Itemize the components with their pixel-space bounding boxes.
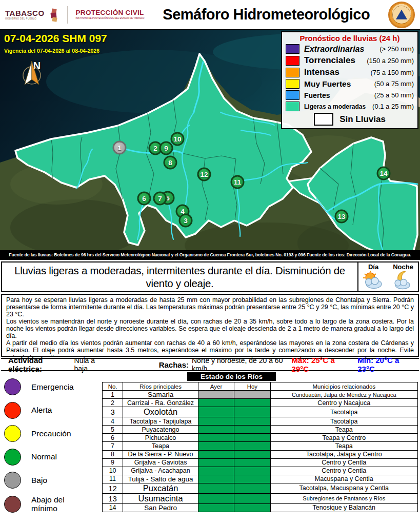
river-name: Puyacatengo: [123, 426, 198, 434]
river-status-yesterday: [198, 417, 234, 426]
no-rain-label: Sin Lluvias: [339, 114, 386, 125]
rivers-table-header: No. Ríos principales Ayer Hoy Municipios…: [103, 382, 418, 391]
rain-legend-label: Extraordinarias: [299, 45, 379, 54]
rain-legend-range: (> 250 mm): [379, 45, 414, 53]
river-no: 2: [103, 399, 123, 407]
table-row: 14San PedroTenosique y Balancán: [103, 503, 418, 512]
table-row: 13UsumacintaSubregiones de Pantanos y Rí…: [103, 493, 418, 503]
bulletin-page: TABASCO GOBIERNO DEL PUEBLO PROTECCIÓN C…: [0, 0, 420, 525]
river-level-label: Emergencia: [31, 382, 74, 392]
river-municipalities: Tacotalpa, Jalapa y Centro: [270, 450, 417, 458]
rain-legend-label: Torrenciales: [299, 55, 367, 66]
table-row: 6PichucalcoTeapa y Centro: [103, 434, 418, 442]
river-status-today: [234, 467, 270, 475]
river-status-today: [234, 407, 270, 417]
table-row: 3OxolotánTacotalpa: [103, 407, 418, 417]
river-municipalities: Subregiones de Pantanos y Ríos: [270, 493, 417, 503]
river-status-yesterday: [198, 493, 234, 503]
rain-legend-label: Ligeras a moderadas: [299, 103, 372, 110]
river-status-today: [234, 442, 270, 450]
summary-message: Lluvias ligeras a moderadas, intermitent…: [2, 262, 357, 291]
river-municipalities: Cunduacán, Jalpa de Méndez y Nacajuca: [270, 391, 417, 399]
table-row: 11Tulijá - Salto de aguaMacuspana y Cent…: [103, 475, 418, 483]
river-no: 9: [103, 458, 123, 467]
bottom-section: EmergenciaAlertaPrecauciónNormalBajoAbaj…: [0, 372, 420, 520]
river-municipalities: Tacotalpa: [270, 407, 417, 417]
bulletin-validity: Vigencia del 07-04-2026 al 08-04-2026: [4, 48, 107, 54]
river-status-today: [234, 450, 270, 458]
col-yesterday: Ayer: [198, 382, 234, 391]
night-column: Noche: [388, 262, 418, 291]
day-column: Día: [358, 262, 388, 291]
proteccion-civil-name: PROTECCIÓN CIVIL: [76, 9, 145, 16]
river-status-today: [234, 426, 270, 434]
tabasco-name: TABASCO: [5, 9, 45, 17]
river-municipalities: Tacotalpa, Macuspana y Centla: [270, 483, 417, 493]
compass-north-icon: [21, 60, 43, 86]
river-status-today: [234, 458, 270, 467]
rain-legend-item: Muy Fuertes(50 a 75 mm): [286, 79, 414, 89]
river-level-item: Normal: [4, 449, 102, 466]
rivers-table: No. Ríos principales Ayer Hoy Municipios…: [102, 382, 418, 512]
river-municipalities: Teapa y Centro: [270, 434, 417, 442]
river-level-item: Precaución: [4, 425, 102, 442]
rain-legend-range: (0.1 a 25 mm): [372, 103, 414, 110]
rain-forecast-legend: Pronóstico de lluvias (24 h) Extraordina…: [281, 31, 418, 129]
proteccion-civil-sub: INSTITUTO DE PROTECCIÓN CIVIL DEL ESTADO…: [76, 17, 145, 20]
river-no: 8: [103, 450, 123, 458]
river-status-today: [234, 391, 270, 399]
forecast-paragraph: Los vientos se mantendrán del norte y no…: [6, 318, 414, 339]
date-overlay: 07-04-2026 SHM 097 Vigencia del 07-04-20…: [4, 32, 107, 54]
summary-box: Lluvias ligeras a moderadas, intermitent…: [1, 261, 419, 292]
river-marker: 6: [137, 192, 151, 206]
table-row: 10Grijalva - AcachapanCentro y Centla: [103, 467, 418, 475]
page-title: Semáforo Hidrometeorológico: [144, 6, 388, 23]
no-rain-swatch: [314, 113, 333, 126]
river-no: 5: [103, 426, 123, 434]
river-no: 13: [103, 493, 123, 503]
day-label: Día: [358, 263, 388, 271]
tabasco-emblem-icon: [49, 9, 59, 21]
river-level-item: Bajo: [4, 472, 102, 489]
rain-legend-swatch: [286, 68, 299, 77]
river-name: Grijalva - Acachapan: [123, 467, 198, 475]
gusts-value: Norte y noroeste, de 20 a 60 km/h: [192, 356, 289, 373]
rain-legend-label: Fuertes: [299, 91, 374, 99]
river-status-yesterday: [198, 442, 234, 450]
river-level-color: [4, 496, 21, 513]
river-municipalities: Tacotalpa: [270, 417, 417, 426]
night-label: Noche: [388, 263, 418, 271]
map-source-note: Fuente de las lluvias: Boletines de 96 h…: [0, 250, 420, 259]
river-name: Tulijá - Salto de agua: [123, 475, 198, 483]
river-municipalities: Centro y Centla: [270, 458, 417, 467]
rivers-table-body: 1SamariaCunduacán, Jalpa de Méndez y Nac…: [103, 391, 418, 512]
river-no: 12: [103, 483, 123, 493]
proteccion-civil-seal-icon: [388, 2, 415, 28]
river-no: 1: [103, 391, 123, 399]
river-status-today: [234, 434, 270, 442]
river-status-yesterday: [198, 467, 234, 475]
table-row: 12PuxcatánTacotalpa, Macuspana y Centla: [103, 483, 418, 493]
river-municipalities: Tenosique y Balancán: [270, 503, 417, 512]
river-name: De la Sierra - P. Nuevo: [123, 450, 198, 458]
night-weather-icon: [391, 271, 415, 290]
forecast-paragraph: A partir del medio día los vientos podrá…: [6, 339, 414, 357]
forecast-paragraph: Para hoy se esperan lluvias ligeras a mo…: [6, 296, 414, 318]
river-no: 6: [103, 434, 123, 442]
table-row: 7TeapaTeapa: [103, 442, 418, 450]
river-status-yesterday: [198, 399, 234, 407]
rain-legend-item: Extraordinarias(> 250 mm): [286, 44, 414, 54]
river-name: Tacotalpa - Tapijulapa: [123, 417, 198, 426]
river-level-label: Precaución: [31, 429, 71, 438]
river-level-color: [4, 378, 21, 395]
river-level-color: [4, 472, 21, 489]
rain-legend-item: Ligeras a moderadas(0.1 a 25 mm): [286, 102, 414, 111]
river-marker: 12: [197, 168, 211, 181]
river-status-yesterday: [198, 475, 234, 483]
rain-legend-items: Extraordinarias(> 250 mm)Torrenciales(15…: [286, 44, 414, 111]
river-no: 10: [103, 467, 123, 475]
river-marker: 7: [153, 192, 167, 206]
river-level-item: Emergencia: [4, 378, 102, 395]
river-marker: 14: [377, 167, 391, 180]
rain-legend-swatch: [286, 102, 299, 111]
